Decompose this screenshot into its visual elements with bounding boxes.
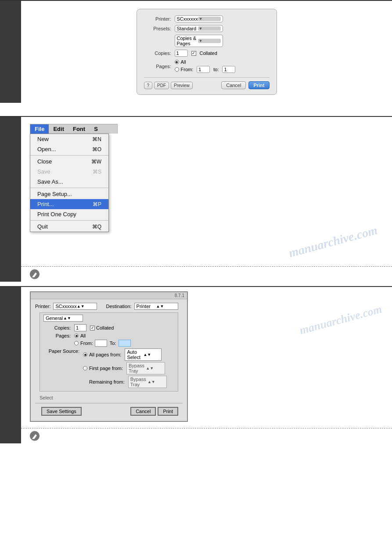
pd2-save-settings-button[interactable]: Save Settings — [41, 407, 82, 416]
printer-select[interactable]: SCxxxxxx ▼ — [175, 15, 223, 22]
from-input[interactable] — [197, 66, 210, 73]
menu-item-print-shortcut: ⌘P — [93, 201, 101, 207]
menu-item-open[interactable]: Open... ⌘O — [30, 144, 108, 154]
pd2-allpages-radio[interactable] — [83, 352, 87, 357]
menu-item-print-label: Print... — [37, 201, 54, 207]
copies-pages-row: Copies & Pages ▼ — [144, 35, 270, 47]
pd2-allpages-row: All pages from: Auto Select ▲▼ — [83, 348, 167, 361]
menu-bar-s[interactable]: S — [90, 124, 102, 134]
copies-pages-arrow-icon: ▼ — [198, 39, 221, 43]
menu-item-save-shortcut: ⌘S — [93, 169, 101, 175]
pd2-general-arrow: ▲▼ — [63, 316, 81, 320]
from-label: From: — [181, 67, 194, 72]
watermark-2: manuarchive.com — [298, 303, 384, 337]
note-content-1 — [21, 266, 392, 282]
gap-2 — [0, 282, 392, 286]
note-pen-icon-2 — [30, 431, 40, 441]
menu-item-save-label: Save — [37, 168, 50, 175]
pd2-copies-input[interactable] — [74, 324, 86, 331]
menu-item-new-label: New — [37, 136, 49, 142]
pd2-paper-source-label: Paper Source: — [43, 348, 83, 354]
pd2-cancel-button[interactable]: Cancel — [130, 407, 156, 416]
pages-row: Pages: All From: to: — [144, 59, 270, 73]
pd2-all-radio[interactable] — [74, 334, 79, 338]
from-radio[interactable] — [175, 67, 179, 72]
copies-pages-value: Copies & Pages — [177, 36, 198, 46]
section-3: 8.7.1 Printer: SCxxxxxx ▲▼ Destination: … — [0, 286, 392, 428]
pd2-copies-row: Copies: ✓ Collated — [43, 324, 174, 331]
pd2-all-label: All — [80, 333, 86, 338]
preview-button[interactable]: Preview — [171, 82, 193, 89]
pd2-printer-arrow: ▲▼ — [77, 304, 95, 308]
cancel-button[interactable]: Cancel — [221, 81, 246, 89]
pd2-allpages-select[interactable]: Auto Select ▲▼ — [125, 348, 162, 361]
presets-label: Presets: — [144, 26, 175, 31]
note-icon-row-1 — [21, 267, 392, 282]
pd2-destination-select[interactable]: Printer ▲▼ — [134, 303, 178, 310]
menu-item-close-label: Close — [37, 158, 52, 165]
menu-bar-edit[interactable]: Edit — [49, 124, 68, 134]
separator-3 — [30, 220, 108, 221]
note-sidebar-1 — [0, 266, 21, 282]
pd2-from-row: From: To: — [74, 340, 131, 347]
pd2-print-button[interactable]: Print — [158, 407, 178, 416]
collated-label: Collated — [200, 51, 217, 56]
all-radio[interactable] — [175, 60, 179, 64]
presets-value: Standard — [177, 26, 198, 31]
collated-checkbox[interactable]: ✓ — [191, 51, 196, 56]
menu-item-print[interactable]: Print... ⌘P — [30, 199, 108, 209]
menu-item-printonecopy-label: Print One Copy — [37, 211, 76, 218]
pd2-collated-checkbox[interactable]: ✓ — [90, 326, 95, 330]
pd2-to-input[interactable] — [119, 340, 131, 347]
pd2-remaining-row: Remaining from: Bypass Tray ▲▼ — [83, 376, 167, 388]
pd2-paper-source-row: Paper Source: All pages from: Auto Selec… — [43, 348, 174, 388]
to-input[interactable] — [222, 66, 235, 73]
pd2-remaining-label: Remaining from: — [89, 379, 125, 385]
section-3-content: 8.7.1 Printer: SCxxxxxx ▲▼ Destination: … — [21, 287, 392, 428]
pd2-remaining-value: Bypass Tray — [130, 377, 147, 387]
copies-input[interactable] — [175, 50, 188, 57]
separator-1 — [30, 155, 108, 156]
dialog-2-titlebar: 8.7.1 — [31, 292, 187, 299]
note-content-2 — [21, 428, 392, 443]
menu-item-quit-shortcut: ⌘Q — [92, 224, 101, 230]
pd2-remaining-select: Bypass Tray ▲▼ — [128, 376, 167, 388]
pd2-printer-label: Printer: — [35, 304, 50, 309]
to-label: to: — [213, 67, 219, 72]
pdf-button[interactable]: PDF — [154, 82, 169, 89]
menu-item-close[interactable]: Close ⌘W — [30, 156, 108, 167]
pd2-from-input[interactable] — [95, 340, 107, 347]
pages-radio-group: All From: to: — [175, 59, 236, 73]
presets-select[interactable]: Standard ▼ — [175, 25, 223, 32]
pd2-from-radio[interactable] — [74, 341, 79, 345]
pd2-general-select[interactable]: General ▲▼ — [43, 315, 83, 322]
pd2-destination-value: Printer — [137, 304, 156, 309]
menu-item-saveas[interactable]: Save As... — [30, 177, 108, 187]
pd2-firstpage-label: First page from: — [89, 366, 123, 371]
gap-1 — [0, 103, 392, 116]
menu-item-new-shortcut: ⌘N — [92, 136, 101, 142]
menu-bar-font[interactable]: Font — [68, 124, 90, 134]
menu-item-quit[interactable]: Quit ⌘Q — [30, 221, 108, 232]
menu-item-new[interactable]: New ⌘N — [30, 134, 108, 144]
menu-item-pagesetup[interactable]: Page Setup... — [30, 189, 108, 199]
printer-arrow-icon: ▼ — [198, 17, 221, 21]
pd2-pages-options: All From: To: — [74, 333, 131, 347]
section-2-sidebar — [0, 117, 21, 266]
bottom-right-buttons: Cancel Print — [221, 81, 269, 89]
menu-item-printonecopy[interactable]: Print One Copy — [30, 209, 108, 219]
bottom-left-buttons: ? PDF Preview — [144, 82, 193, 89]
pd2-printer-row: Printer: SCxxxxxx ▲▼ Destination: Printe… — [35, 303, 183, 310]
print-dialog-2: 8.7.1 Printer: SCxxxxxx ▲▼ Destination: … — [30, 291, 188, 422]
section-2-content: File Edit Font S New ⌘N Open... ⌘O Close — [21, 117, 392, 266]
note-row-2 — [0, 428, 392, 443]
pen-svg-1 — [32, 272, 38, 277]
pd2-firstpage-row: First page from: Bypass Tray ▲▼ — [83, 362, 167, 374]
pd2-firstpage-radio[interactable] — [83, 366, 87, 370]
help-button[interactable]: ? — [144, 82, 153, 89]
copies-pages-select[interactable]: Copies & Pages ▼ — [175, 35, 223, 47]
print-button[interactable]: Print — [248, 81, 269, 89]
pd2-printer-select[interactable]: SCxxxxxx ▲▼ — [53, 303, 97, 310]
menu-bar-file[interactable]: File — [30, 124, 49, 134]
menu-item-close-shortcut: ⌘W — [91, 159, 101, 165]
